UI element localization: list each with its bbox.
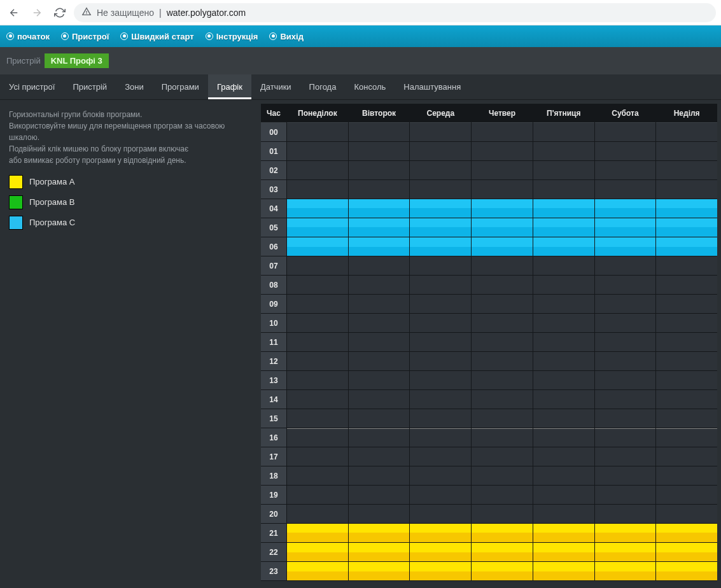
schedule-slot[interactable] [595, 123, 656, 142]
forward-button[interactable] [28, 4, 46, 22]
schedule-slot[interactable] [533, 237, 594, 256]
nav-logout[interactable]: Вихід [269, 32, 303, 41]
schedule-slot[interactable] [656, 123, 717, 142]
schedule-slot[interactable] [410, 524, 471, 543]
legend-item[interactable]: Програма B [9, 195, 252, 209]
schedule-slot[interactable] [533, 428, 594, 447]
reload-button[interactable] [51, 4, 69, 22]
schedule-slot[interactable] [595, 256, 656, 276]
schedule-slot[interactable] [656, 237, 717, 256]
legend-item[interactable]: Програма C [9, 216, 252, 230]
schedule-slot[interactable] [595, 390, 656, 409]
address-bar[interactable]: Не защищено | water.polygator.com [74, 3, 716, 22]
schedule-slot[interactable] [287, 428, 348, 447]
schedule-slot[interactable] [410, 218, 471, 237]
schedule-slot[interactable] [595, 543, 656, 562]
schedule-slot[interactable] [349, 562, 410, 581]
schedule-slot[interactable] [656, 562, 717, 581]
schedule-slot[interactable] [595, 466, 656, 486]
schedule-slot[interactable] [287, 142, 348, 161]
schedule-slot[interactable] [595, 428, 656, 447]
schedule-slot[interactable] [533, 505, 594, 524]
schedule-slot[interactable] [595, 295, 656, 314]
schedule-slot[interactable] [595, 524, 656, 543]
schedule-slot[interactable] [533, 256, 594, 276]
schedule-slot[interactable] [410, 486, 471, 505]
schedule-slot[interactable] [533, 486, 594, 505]
tab-0[interactable]: Усі пристрої [0, 74, 64, 99]
schedule-slot[interactable] [472, 447, 533, 466]
schedule-slot[interactable] [656, 276, 717, 295]
back-button[interactable] [5, 4, 23, 22]
schedule-slot[interactable] [410, 314, 471, 333]
schedule-slot[interactable] [349, 333, 410, 352]
schedule-slot[interactable] [472, 199, 533, 218]
schedule-slot[interactable] [656, 256, 717, 276]
schedule-slot[interactable] [349, 161, 410, 180]
tab-5[interactable]: Датчики [251, 74, 300, 99]
schedule-slot[interactable] [410, 352, 471, 371]
schedule-slot[interactable] [287, 409, 348, 428]
schedule-slot[interactable] [472, 486, 533, 505]
schedule-slot[interactable] [595, 505, 656, 524]
schedule-slot[interactable] [656, 333, 717, 352]
schedule-slot[interactable] [656, 409, 717, 428]
schedule-slot[interactable] [533, 466, 594, 486]
schedule-slot[interactable] [410, 562, 471, 581]
schedule-slot[interactable] [472, 256, 533, 276]
schedule-slot[interactable] [472, 314, 533, 333]
schedule-slot[interactable] [656, 371, 717, 390]
schedule-slot[interactable] [287, 161, 348, 180]
schedule-slot[interactable] [533, 314, 594, 333]
schedule-slot[interactable] [595, 352, 656, 371]
schedule-slot[interactable] [472, 123, 533, 142]
schedule-slot[interactable] [410, 390, 471, 409]
schedule-slot[interactable] [349, 180, 410, 199]
schedule-slot[interactable] [656, 180, 717, 199]
tab-1[interactable]: Пристрій [64, 74, 116, 99]
schedule-slot[interactable] [287, 390, 348, 409]
schedule-slot[interactable] [533, 333, 594, 352]
schedule-slot[interactable] [656, 161, 717, 180]
schedule-slot[interactable] [656, 428, 717, 447]
schedule-slot[interactable] [287, 333, 348, 352]
schedule-slot[interactable] [472, 142, 533, 161]
schedule-slot[interactable] [287, 123, 348, 142]
schedule-slot[interactable] [287, 276, 348, 295]
schedule-slot[interactable] [349, 543, 410, 562]
schedule-slot[interactable] [472, 562, 533, 581]
schedule-slot[interactable] [595, 409, 656, 428]
nav-devices[interactable]: Пристрої [61, 32, 109, 41]
schedule-slot[interactable] [472, 409, 533, 428]
legend-item[interactable]: Програма A [9, 175, 252, 189]
schedule-slot[interactable] [595, 276, 656, 295]
schedule-slot[interactable] [349, 295, 410, 314]
schedule-slot[interactable] [287, 352, 348, 371]
schedule-slot[interactable] [410, 161, 471, 180]
schedule-slot[interactable] [410, 466, 471, 486]
tab-3[interactable]: Програми [153, 74, 208, 99]
schedule-slot[interactable] [656, 295, 717, 314]
schedule-slot[interactable] [349, 123, 410, 142]
schedule-slot[interactable] [287, 486, 348, 505]
tab-4[interactable]: Графік [208, 74, 251, 99]
schedule-slot[interactable] [349, 371, 410, 390]
schedule-slot[interactable] [595, 562, 656, 581]
schedule-slot[interactable] [349, 276, 410, 295]
schedule-slot[interactable] [595, 237, 656, 256]
schedule-slot[interactable] [472, 218, 533, 237]
schedule-slot[interactable] [349, 505, 410, 524]
schedule-slot[interactable] [287, 524, 348, 543]
schedule-slot[interactable] [656, 524, 717, 543]
schedule-slot[interactable] [533, 447, 594, 466]
schedule-slot[interactable] [472, 390, 533, 409]
schedule-slot[interactable] [410, 333, 471, 352]
schedule-slot[interactable] [287, 543, 348, 562]
schedule-slot[interactable] [533, 295, 594, 314]
schedule-slot[interactable] [595, 142, 656, 161]
schedule-slot[interactable] [410, 276, 471, 295]
tab-2[interactable]: Зони [116, 74, 153, 99]
schedule-slot[interactable] [533, 524, 594, 543]
schedule-slot[interactable] [410, 199, 471, 218]
schedule-slot[interactable] [287, 371, 348, 390]
